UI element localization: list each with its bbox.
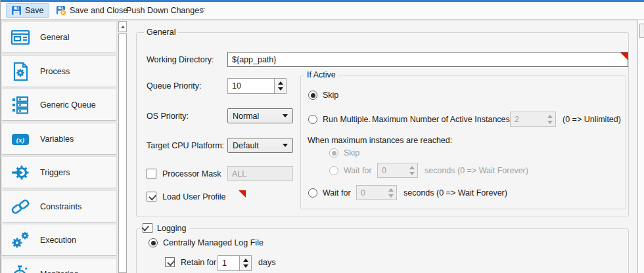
general-icon [9,26,32,49]
nested-wait-for-radio[interactable] [329,166,338,175]
working-directory-input[interactable]: ${app_path} [227,52,628,67]
max-instances-spinner[interactable]: 2 [510,112,556,127]
target-cpu-platform-dropdown[interactable]: Default [227,138,293,153]
spinner-up-icon[interactable] [243,259,248,262]
spinner-down-icon [409,172,415,175]
change-marker-icon [239,190,246,198]
nested-wait-seconds-value: 0 [378,163,406,177]
spinner-up-icon [388,188,394,192]
sidebar-item-label: Variables [40,135,74,144]
triggers-icon [9,161,32,184]
wait-seconds-spinner[interactable]: 0 [356,185,397,200]
sidebar-item-label: Generic Queue [40,100,96,110]
if-active-group-title: If Active [304,70,338,79]
spinner-up-icon [409,166,415,169]
queue-priority-value: 10 [228,79,275,93]
if-active-skip-radio[interactable] [308,91,317,100]
max-instances-value: 2 [511,112,544,126]
retain-days-spinner[interactable]: 1 [218,255,252,271]
right-scrollbar-strip[interactable] [637,20,644,273]
load-user-profile-checkbox[interactable] [147,192,156,201]
main-panel: General Working Directory: ${app_path} Q… [128,20,637,273]
sidebar-item-label: Execution [40,236,76,245]
processor-mask-checkbox[interactable] [147,169,156,178]
arrow-up-icon [121,26,125,28]
max-instances-label: Maximum Number of Active Instances: [372,115,512,124]
generic-queue-icon [9,94,32,116]
process-icon [9,60,32,83]
wait-for-label: Wait for [323,188,351,198]
logging-group-title: Logging [157,224,187,233]
sidebar-item-variables[interactable]: (x) Variables [1,123,117,155]
svg-text:(x): (x) [16,135,25,144]
os-priority-label: OS Priority: [147,112,189,121]
sidebar-item-process[interactable]: Process [1,55,117,87]
sidebar-item-label: Constraints [40,202,81,211]
scrollbar-up-button[interactable] [118,21,127,32]
retain-for-label: Retain for [181,258,216,267]
sidebar-item-label: Process [40,67,70,76]
change-marker-icon [620,52,628,60]
save-button[interactable]: Save [6,3,49,18]
sidebar-item-general[interactable]: General [1,21,117,53]
logging-checkbox[interactable] [143,223,152,233]
save-and-close-icon [56,5,66,16]
sidebar-item-execution[interactable]: Execution [1,224,117,256]
nested-wait-for-label: Wait for [344,166,372,175]
nested-skip-radio[interactable] [329,148,338,158]
wait-seconds-note: seconds (0 => Wait Forever) [403,188,507,198]
queue-priority-label: Queue Priority: [147,81,201,91]
run-multiple-radio[interactable] [308,115,317,124]
if-active-skip-label: Skip [323,91,338,100]
target-cpu-platform-label: Target CPU Platform: [147,141,224,150]
job-properties-window: Save Save and Close Push Down Changes [0,0,644,273]
main-vertical-scrollbar[interactable] [118,20,128,273]
working-directory-value: ${app_path} [232,55,276,64]
right-scrollbar-button[interactable] [639,24,644,38]
when-max-instances-label: When maximum instances are reached: [308,136,452,145]
push-down-changes-dropdown-icon[interactable] [200,8,206,14]
sidebar-item-label: Triggers [40,168,70,177]
wait-for-radio[interactable] [308,188,317,198]
retain-days-value: 1 [218,256,240,270]
scrollbar-thumb[interactable] [118,33,127,273]
sidebar-item-generic-queue[interactable]: Generic Queue [1,89,117,121]
logging-group-header: Logging [140,223,189,233]
monitoring-icon [9,263,32,273]
execution-icon [9,229,32,251]
sidebar: General Process [1,20,118,273]
save-and-close-button-label: Save and Close [70,6,127,15]
sidebar-item-triggers[interactable]: Triggers [1,156,117,188]
sidebar-item-label: General [40,33,69,42]
sidebar-item-constraints[interactable]: Constraints [1,190,117,222]
centrally-managed-log-radio[interactable] [149,238,158,247]
unlimited-note: (0 => Unlimited) [563,115,621,124]
variables-icon: (x) [9,128,32,150]
spinner-down-icon[interactable] [278,87,283,91]
spinner-up-icon[interactable] [278,81,283,85]
spinner-down-icon[interactable] [243,264,248,268]
retain-days-unit-label: days [258,258,275,267]
run-multiple-label: Run Multiple. [323,115,371,124]
constraints-icon [9,196,32,218]
spinner-down-icon [547,121,553,124]
working-directory-label: Working Directory: [147,55,214,64]
processor-mask-label: Processor Mask [162,169,221,178]
os-priority-dropdown[interactable]: Normal [227,108,293,123]
wait-seconds-value: 0 [357,186,385,200]
nested-wait-seconds-note: seconds (0 => Wait Forever) [425,166,528,175]
processor-mask-input[interactable]: ALL [227,166,293,181]
push-down-changes-button[interactable]: Push Down Changes [121,3,208,18]
nested-skip-label: Skip [344,148,359,158]
sidebar-item-monitoring[interactable]: Monitoring [1,258,117,273]
chevron-down-icon [283,114,288,117]
centrally-managed-log-label: Centrally Managed Log File [163,238,264,247]
sidebar-item-label: Monitoring [40,270,78,273]
nested-wait-seconds-spinner[interactable]: 0 [377,163,418,178]
os-priority-value: Normal [233,112,280,121]
processor-mask-value: ALL [232,169,246,178]
retain-for-checkbox[interactable] [165,257,175,267]
toolbar: Save Save and Close Push Down Changes [1,2,644,20]
spinner-down-icon [388,194,394,198]
queue-priority-spinner[interactable]: 10 [227,78,287,94]
